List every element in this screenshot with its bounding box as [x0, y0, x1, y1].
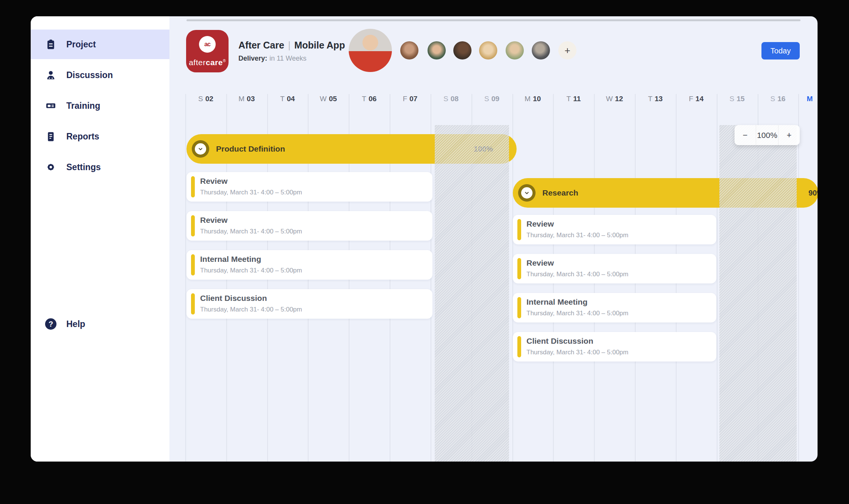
timeline-day-headers: S02 M03 T04 W05 T06 F07 S08 S09 M10 T11 … [185, 91, 818, 107]
chevron-down-icon [521, 187, 533, 199]
sidebar-item-reports[interactable]: Reports [31, 122, 169, 151]
weekend-band-s08-s09 [435, 125, 509, 462]
task-color-pill [517, 219, 521, 240]
task-card[interactable]: Review Thursday, March 31- 4:00 – 5:00pm [186, 172, 432, 202]
avatar[interactable] [349, 29, 392, 72]
task-card[interactable]: Review Thursday, March 31- 4:00 – 5:00pm [186, 211, 432, 241]
logo-mark: ac [199, 36, 216, 53]
report-icon [45, 130, 57, 142]
task-color-pill [191, 176, 195, 197]
avatar[interactable] [453, 41, 471, 59]
group-name: Research [542, 178, 578, 208]
task-title: Internal Meeting [526, 297, 587, 307]
avatar[interactable] [400, 41, 418, 59]
task-color-pill [517, 336, 521, 357]
task-time: Thursday, March 31- 4:00 – 5:00pm [200, 189, 302, 196]
day-header-weekend: S08 [431, 91, 471, 107]
task-card[interactable]: Internal Meeting Thursday, March 31- 4:0… [513, 293, 716, 322]
sidebar-item-label: Reports [66, 131, 99, 142]
group-progress: 90% [808, 178, 818, 208]
task-title: Client Discussion [526, 337, 593, 346]
task-card[interactable]: Client Discussion Thursday, March 31- 4:… [513, 332, 716, 362]
task-list-product-definition: Review Thursday, March 31- 4:00 – 5:00pm… [186, 172, 432, 319]
task-time: Thursday, March 31- 4:00 – 5:00pm [200, 267, 302, 274]
day-header-weekend: S15 [717, 91, 758, 107]
sidebar-item-label: Settings [66, 162, 101, 172]
task-color-pill [517, 258, 521, 279]
sidebar-item-training[interactable]: Training [31, 91, 169, 121]
task-title: Internal Meeting [200, 255, 261, 264]
project-type: Mobile App [294, 40, 345, 50]
aftercare-logo: ac aftercare® [186, 30, 229, 72]
task-color-pill [517, 297, 521, 318]
sidebar-item-label: Discussion [66, 70, 113, 80]
task-card[interactable]: Client Discussion Thursday, March 31- 4:… [186, 289, 432, 319]
task-card[interactable]: Internal Meeting Thursday, March 31- 4:0… [186, 250, 432, 280]
task-time: Thursday, March 31- 4:00 – 5:00pm [526, 349, 628, 356]
app-window: Project Discussion Training Reports Sett… [31, 16, 818, 462]
delivery-value: in 11 Weeks [267, 55, 306, 62]
task-time: Thursday, March 31- 4:00 – 5:00pm [526, 310, 628, 317]
day-header: T11 [553, 91, 594, 107]
chevron-down-icon [195, 143, 206, 155]
delivery-label: Delivery: [238, 55, 267, 62]
gear-icon [45, 161, 57, 173]
task-title: Review [526, 219, 554, 229]
avatar[interactable] [532, 41, 550, 59]
zoom-out-button[interactable]: − [735, 125, 756, 145]
day-header: W05 [308, 91, 349, 107]
day-header: M10 [512, 91, 553, 107]
task-title: Review [200, 216, 227, 225]
ticket-icon [45, 100, 57, 112]
day-header: T13 [635, 91, 676, 107]
day-header: F07 [390, 91, 431, 107]
task-list-research: Review Thursday, March 31- 4:00 – 5:00pm… [513, 215, 716, 362]
page-title: After Care|Mobile App [238, 40, 345, 51]
clipboard-icon [45, 38, 57, 50]
task-color-pill [191, 215, 195, 236]
zoom-in-button[interactable]: + [779, 125, 800, 145]
collapse-toggle[interactable] [518, 184, 536, 202]
delivery-info: Delivery:in 11 Weeks [238, 55, 306, 63]
day-header: T06 [349, 91, 390, 107]
task-time: Thursday, March 31- 4:00 – 5:00pm [200, 228, 302, 235]
sidebar-item-help[interactable]: ? Help [31, 309, 169, 339]
logo-name: aftercare® [189, 58, 226, 67]
task-title: Review [526, 258, 554, 268]
task-time: Thursday, March 31- 4:00 – 5:00pm [526, 232, 628, 239]
day-header: T04 [267, 91, 308, 107]
sidebar-item-project[interactable]: Project [31, 30, 169, 59]
sidebar: Project Discussion Training Reports Sett… [31, 16, 169, 462]
day-header-weekend: S16 [758, 91, 799, 107]
zoom-level: 100% [756, 125, 779, 145]
task-card[interactable]: Review Thursday, March 31- 4:00 – 5:00pm [513, 215, 716, 244]
sidebar-item-label: Help [66, 319, 85, 329]
task-color-pill [191, 254, 195, 275]
avatar[interactable] [506, 41, 524, 59]
day-header-weekend: S09 [471, 91, 512, 107]
collapse-toggle[interactable] [192, 140, 209, 158]
today-button[interactable]: Today [761, 42, 800, 59]
group-name: Product Definition [216, 134, 285, 164]
sidebar-item-label: Training [66, 101, 100, 111]
zoom-control: − 100% + [735, 125, 800, 145]
title-separator: | [284, 40, 294, 50]
task-time: Thursday, March 31- 4:00 – 5:00pm [526, 271, 628, 278]
person-icon [45, 69, 57, 81]
day-header: M03 [226, 91, 267, 107]
task-card[interactable]: Review Thursday, March 31- 4:00 – 5:00pm [513, 254, 716, 283]
top-scroll-track[interactable] [186, 19, 800, 21]
task-title: Client Discussion [200, 294, 267, 303]
sidebar-item-discussion[interactable]: Discussion [31, 60, 169, 90]
task-color-pill [191, 293, 195, 315]
day-header: W12 [594, 91, 635, 107]
day-header-next-week: M [798, 91, 818, 107]
avatar[interactable] [428, 41, 446, 59]
question-icon: ? [45, 318, 57, 330]
day-header: S02 [185, 91, 226, 107]
sidebar-item-label: Project [66, 39, 96, 50]
add-member-button[interactable]: + [558, 41, 576, 59]
sidebar-item-settings[interactable]: Settings [31, 152, 169, 182]
avatar[interactable] [479, 41, 497, 59]
day-header: F14 [676, 91, 717, 107]
